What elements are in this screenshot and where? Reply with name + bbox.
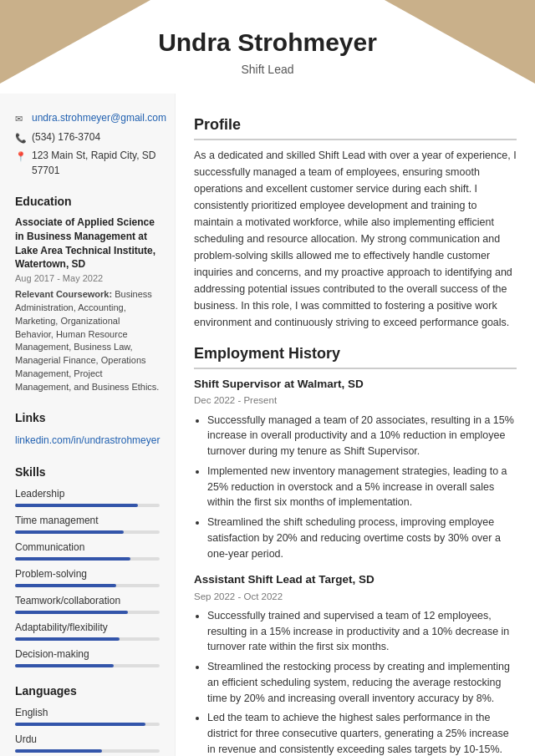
skill-bar-fill [15,557,130,561]
address-text: 123 Main St, Rapid City, SD 57701 [32,148,160,178]
job-title: Assistant Shift Lead at Target, SD [194,571,517,588]
skill-item: Time management [15,513,160,534]
employment-section-title: Employment History [194,342,517,369]
languages-list: English Urdu [15,705,160,753]
skill-label: Leadership [15,486,160,501]
employment-list: Shift Supervisor at Walmart, SD Dec 2022… [194,376,517,756]
coursework-text: Business Administration, Accounting, Mar… [15,289,159,393]
language-bar-fill [15,749,102,753]
language-bar-background [15,723,160,726]
skill-item: Problem-solving [15,566,160,587]
job-bullets: Successfully trained and supervised a te… [194,608,517,756]
candidate-title: Shift Lead [17,61,518,79]
job-bullet: Successfully managed a team of 20 associ… [207,413,517,459]
skill-label: Adaptability/flexibility [15,620,160,635]
skill-bar-background [15,504,160,507]
skill-bar-fill [15,637,120,641]
skill-item: Leadership [15,486,160,507]
language-bar-fill [15,723,145,726]
skill-bar-background [15,530,160,534]
sidebar: ✉ undra.strohmeyer@gmail.com 📞 (534) 176… [0,94,176,756]
skill-label: Communication [15,540,160,555]
skill-bar-fill [15,664,114,667]
language-label: English [15,705,160,720]
skills-list: Leadership Time management Communication… [15,486,160,667]
job-bullet: Streamlined the restocking process by cr… [207,659,517,706]
language-label: Urdu [15,732,160,747]
coursework-label: Relevant Coursework: [15,289,112,299]
languages-section-title: Languages [15,682,160,700]
skill-bar-background [15,557,160,561]
skill-bar-fill [15,504,138,507]
body: ✉ undra.strohmeyer@gmail.com 📞 (534) 176… [0,94,535,756]
contact-phone: 📞 (534) 176-3704 [15,129,160,145]
skills-section-title: Skills [15,464,160,481]
links-section-title: Links [15,409,160,427]
language-item: Urdu [15,732,160,753]
skill-item: Adaptability/flexibility [15,620,160,641]
skill-label: Problem-solving [15,566,160,581]
skill-item: Teamwork/collaboration [15,593,160,614]
skill-item: Communication [15,540,160,561]
header: Undra Strohmeyer Shift Lead [0,0,535,94]
edu-degree: Associate of Applied Science in Business… [15,216,160,271]
job-title: Shift Supervisor at Walmart, SD [194,376,517,393]
job-bullets: Successfully managed a team of 20 associ… [194,413,517,562]
skill-bar-fill [15,584,116,587]
page: Undra Strohmeyer Shift Lead ✉ undra.stro… [0,0,535,756]
job-bullet: Implemented new inventory management str… [207,464,517,510]
phone-text: (534) 176-3704 [32,129,100,145]
job-item: Assistant Shift Lead at Target, SD Sep 2… [194,571,517,756]
profile-text: As a dedicated and skilled Shift Lead wi… [194,147,517,331]
language-item: English [15,705,160,726]
job-date: Sep 2022 - Oct 2022 [194,590,517,604]
skill-bar-background [15,664,160,667]
skill-bar-fill [15,611,128,614]
skill-label: Teamwork/collaboration [15,593,160,608]
edu-date: Aug 2017 - May 2022 [15,271,160,286]
skill-bar-background [15,611,160,614]
job-bullet: Successfully trained and supervised a te… [207,608,517,655]
linkedin-link[interactable]: linkedin.com/in/undrastrohmeyer [15,434,160,446]
phone-icon: 📞 [15,131,27,145]
skill-bar-background [15,637,160,641]
contact-email: ✉ undra.strohmeyer@gmail.com [15,110,160,126]
candidate-name: Undra Strohmeyer [17,23,518,61]
skill-bar-background [15,584,160,587]
edu-coursework: Relevant Coursework: Business Administra… [15,288,160,395]
linkedin-link-container: linkedin.com/in/undrastrohmeyer [15,432,160,449]
contact-address: 📍 123 Main St, Rapid City, SD 57701 [15,148,160,178]
profile-section-title: Profile [194,114,517,140]
language-bar-background [15,749,160,753]
skill-label: Time management [15,513,160,528]
job-bullet: Led the team to achieve the highest sale… [207,710,517,756]
education-section-title: Education [15,193,160,211]
email-icon: ✉ [15,112,27,126]
email-link[interactable]: undra.strohmeyer@gmail.com [32,110,166,125]
skill-item: Decision-making [15,647,160,667]
job-item: Shift Supervisor at Walmart, SD Dec 2022… [194,376,517,561]
skill-bar-fill [15,530,124,534]
location-icon: 📍 [15,150,27,164]
main-content: Profile As a dedicated and skilled Shift… [176,94,535,756]
skill-label: Decision-making [15,647,160,662]
job-bullet: Streamlined the shift scheduling process… [207,515,517,561]
job-date: Dec 2022 - Present [194,393,517,408]
